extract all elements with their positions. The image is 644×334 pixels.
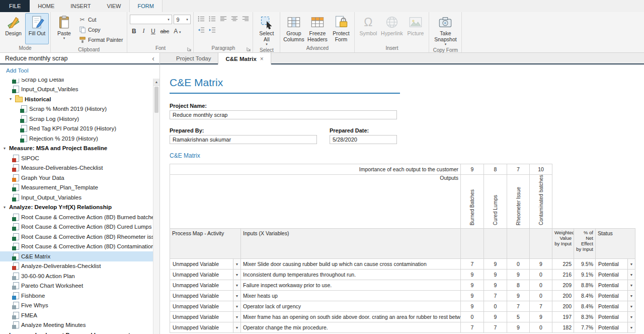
prepared-by-field[interactable]: [170, 135, 317, 144]
dropdown-arrow-icon[interactable]: ▼: [627, 270, 635, 280]
score-cell[interactable]: 0: [530, 322, 552, 333]
sidebar-item-measurement-plan-template[interactable]: Measurement_Plan_Template: [0, 183, 153, 193]
score-cell[interactable]: 8: [507, 280, 530, 291]
sidebar-item-measure-deliverables-checklist[interactable]: Measure-Deliverables-Checklist: [0, 163, 153, 173]
underline-button[interactable]: U: [149, 27, 157, 35]
project-name-field[interactable]: [170, 110, 397, 119]
paste-dropdown-arrow-icon[interactable]: ▾: [63, 36, 65, 40]
tab-ce-matrix[interactable]: C&E Matrix ×: [218, 53, 271, 64]
tab-file[interactable]: FILE: [0, 0, 30, 12]
dropdown-arrow-icon[interactable]: ▼: [627, 259, 635, 269]
sidebar-item-c-e-matrix[interactable]: C&E Matrix: [0, 251, 153, 261]
score-cell[interactable]: 7: [507, 301, 530, 312]
activity-select-combobox[interactable]: Unmapped Variable▼: [170, 322, 240, 332]
status-select[interactable]: Potential▼: [596, 291, 635, 301]
status-select-combobox[interactable]: Potential▼: [596, 291, 635, 301]
activity-select-combobox[interactable]: Unmapped Variable▼: [170, 291, 240, 301]
activity-select[interactable]: Unmapped Variable▼: [170, 301, 241, 312]
status-select-combobox[interactable]: Potential▼: [596, 312, 635, 322]
add-tool-link[interactable]: Add Tool: [0, 64, 159, 76]
dropdown-arrow-icon[interactable]: ▼: [627, 291, 635, 301]
status-select-combobox[interactable]: Potential▼: [596, 280, 635, 290]
design-button[interactable]: Design: [2, 13, 25, 44]
status-select-combobox[interactable]: Potential▼: [596, 322, 635, 332]
font-color-button[interactable]: A ▾: [172, 27, 182, 35]
tab-form[interactable]: FORM: [129, 0, 163, 12]
copy-button[interactable]: Copy: [77, 25, 124, 34]
score-cell[interactable]: 9: [530, 259, 552, 270]
score-cell[interactable]: 9: [484, 312, 507, 322]
font-size-dropdown-icon[interactable]: ▾: [184, 18, 190, 22]
score-cell[interactable]: 0: [530, 291, 552, 301]
score-cell[interactable]: 9: [507, 291, 530, 301]
score-cell[interactable]: 9: [484, 280, 507, 291]
score-cell[interactable]: 0: [484, 301, 507, 312]
activity-select[interactable]: Unmapped Variable▼: [170, 259, 241, 270]
expand-arrow-icon[interactable]: ▾: [8, 97, 13, 101]
dropdown-arrow-icon[interactable]: ▼: [627, 312, 635, 322]
sidebar-item-fmea[interactable]: FMEA: [0, 310, 153, 320]
score-cell[interactable]: 9: [530, 312, 552, 322]
dropdown-arrow-icon[interactable]: ▼: [627, 301, 635, 311]
align-left-icon[interactable]: [218, 15, 228, 23]
importance-value-cell[interactable]: 8: [484, 164, 507, 175]
activity-select-combobox[interactable]: Unmapped Variable▼: [170, 312, 240, 322]
decrease-indent-icon[interactable]: [196, 26, 206, 34]
score-cell[interactable]: 0: [530, 280, 552, 291]
collapse-sidebar-icon[interactable]: ‹: [152, 54, 154, 62]
select-all-dropdown-icon[interactable]: ▾: [266, 42, 268, 46]
sidebar-section-improve-implement-proposed-improvements[interactable]: ▾Improve: Implement Proposed Improvement…: [0, 330, 153, 334]
group-columns-button[interactable]: Group Columns: [282, 13, 305, 44]
sidebar-item-rejection-2019-history[interactable]: Rejection % 2019 (History): [0, 133, 153, 144]
scrollbar-thumb[interactable]: [154, 87, 158, 113]
fill-out-button[interactable]: Fill Out: [25, 13, 49, 44]
paste-button[interactable]: Paste ▾: [52, 13, 76, 44]
sidebar-item-root-cause-corrective-action-8d-burned-b[interactable]: Root Cause & Corrective Action (8D) Burn…: [0, 212, 153, 222]
sidebar-item-sipoc[interactable]: SIPOC: [0, 153, 153, 163]
importance-value-cell[interactable]: 10: [530, 164, 552, 175]
scroll-up-icon[interactable]: ▲: [153, 79, 159, 86]
score-cell[interactable]: 9: [484, 259, 507, 270]
activity-select-combobox[interactable]: Unmapped Variable▼: [170, 301, 240, 311]
prepared-date-field[interactable]: [330, 135, 397, 144]
font-color-dropdown-icon[interactable]: ▾: [179, 30, 181, 34]
status-select-combobox[interactable]: Potential▼: [596, 301, 635, 311]
importance-value-cell[interactable]: 7: [507, 164, 530, 175]
importance-value-cell[interactable]: 9: [461, 164, 484, 175]
expand-arrow-icon[interactable]: ▾: [2, 205, 7, 210]
align-right-icon[interactable]: [240, 15, 250, 23]
input-variable-cell[interactable]: Mixer Slide door causing rubber build up…: [241, 259, 461, 270]
sidebar-item-root-cause-corrective-action-8d-contamin[interactable]: Root Cause & Corrective Action (8D) Cont…: [0, 242, 153, 252]
dropdown-arrow-icon[interactable]: ▼: [233, 270, 240, 280]
status-select[interactable]: Potential▼: [596, 280, 635, 291]
score-cell[interactable]: 7: [484, 291, 507, 301]
activity-select-combobox[interactable]: Unmapped Variable▼: [170, 259, 240, 269]
sidebar-section-analyze-develop-y-f-x-relationship[interactable]: ▾Analyze: Develop Y=f(X) Relationship: [0, 203, 153, 213]
expand-arrow-icon[interactable]: ▾: [2, 146, 7, 151]
sidebar-item-fishbone[interactable]: Fishbone: [0, 291, 153, 301]
activity-select[interactable]: Unmapped Variable▼: [170, 312, 241, 322]
increase-indent-icon[interactable]: [207, 26, 217, 34]
font-dialog-launcher-icon[interactable]: [187, 46, 192, 51]
tab-home[interactable]: HOME: [30, 0, 62, 12]
close-tab-icon[interactable]: ×: [260, 55, 264, 62]
status-select-combobox[interactable]: Potential▼: [596, 259, 635, 269]
activity-select[interactable]: Unmapped Variable▼: [170, 270, 241, 280]
take-snapshot-dropdown-icon[interactable]: ▾: [445, 42, 447, 46]
sidebar-item-root-cause-corrective-action-8d-rheomete[interactable]: Root Cause & Corrective Action (8D) Rheo…: [0, 232, 153, 242]
dropdown-arrow-icon[interactable]: ▼: [233, 322, 240, 332]
dropdown-arrow-icon[interactable]: ▼: [233, 280, 240, 290]
format-painter-button[interactable]: Format Painter: [77, 35, 124, 44]
score-cell[interactable]: 0: [507, 259, 530, 270]
score-cell[interactable]: 9: [461, 301, 484, 312]
input-variable-cell[interactable]: Mixer heats up: [241, 291, 461, 301]
status-select[interactable]: Potential▼: [596, 270, 635, 280]
sidebar-item-input-output-variables[interactable]: Input_Output_Variables: [0, 192, 153, 203]
dropdown-arrow-icon[interactable]: ▼: [627, 280, 635, 290]
bullet-list-icon[interactable]: [196, 15, 206, 23]
input-variable-cell[interactable]: Operator change the mix procedure.: [241, 322, 461, 333]
input-variable-cell[interactable]: Operator lack of urgency: [241, 301, 461, 312]
sidebar-item-five-whys[interactable]: Five Whys: [0, 301, 153, 311]
score-cell[interactable]: 0: [530, 270, 552, 280]
sidebar-section-measure-msa-and-project-baseline[interactable]: ▾Measure: MSA and Project Baseline: [0, 144, 153, 154]
